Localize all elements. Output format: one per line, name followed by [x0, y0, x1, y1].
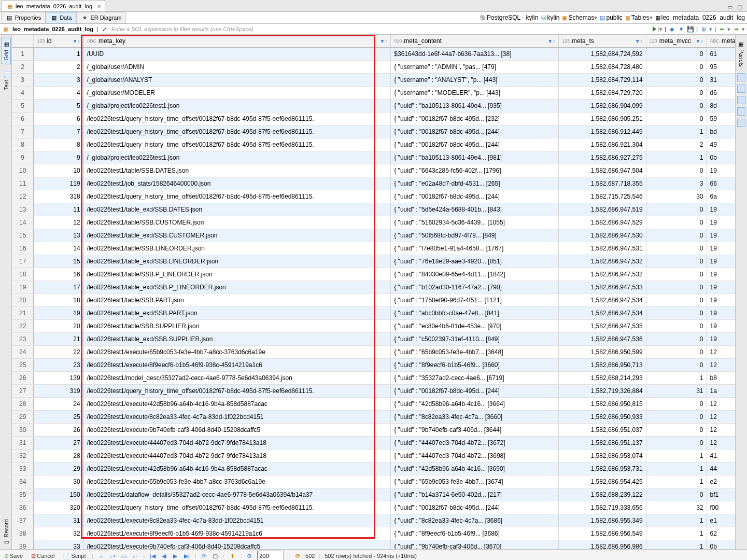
- tab-properties[interactable]: ▤Properties: [1, 12, 46, 23]
- row-number[interactable]: 36: [12, 501, 34, 514]
- cell-meta-ts[interactable]: 1,582,686,947,530: [559, 229, 646, 242]
- cell-meta-key[interactable]: /leo0226test1/table_exd/SSB.DATES.json: [83, 203, 391, 216]
- row-number[interactable]: 12: [12, 190, 34, 203]
- cell-meta-content[interactable]: { "uuid" : "00182f67-b8dc-495d... [244]: [391, 501, 559, 514]
- col-id[interactable]: 123 id▼↕: [34, 35, 83, 48]
- cell-meta-content[interactable]: { "uuid" : "00182f67-b8dc-495d... [244]: [391, 125, 559, 138]
- filter-history-button[interactable]: |▾: [658, 26, 663, 33]
- nav-back-icon[interactable]: ⬅: [718, 25, 725, 33]
- row-number[interactable]: 7: [12, 125, 34, 138]
- breadcrumb-table[interactable]: ▦leo_metadata_0226_audit_log: [654, 14, 745, 21]
- cell-meta-key[interactable]: /leo0226test1/table_exd/SSB.SUPPLIER.jso…: [83, 333, 391, 346]
- row-number[interactable]: 1: [12, 48, 34, 61]
- table-row[interactable]: 26139/leo0226test1/model_desc/35327ad2-c…: [12, 372, 747, 385]
- cell-id[interactable]: 20: [34, 320, 83, 333]
- next-page-icon[interactable]: ▶: [172, 552, 179, 559]
- panel-icon-3[interactable]: [737, 96, 745, 104]
- row-number[interactable]: 17: [12, 255, 34, 268]
- cell-meta-content[interactable]: { "uuid" : "abc0bbfc-c0ae-47e8... [841]: [391, 307, 559, 320]
- export-icon[interactable]: ⬆: [229, 552, 236, 559]
- cell-id[interactable]: 14: [34, 242, 83, 255]
- cell-id[interactable]: 7: [34, 125, 83, 138]
- custom-filter-icon[interactable]: ◆: [668, 25, 675, 33]
- row-number[interactable]: 25: [12, 359, 34, 372]
- cell-meta-content[interactable]: { "uuid" : "00182f67-b8dc-495d... [244]: [391, 138, 559, 151]
- table-row[interactable]: 11/UUID$361643dd-1e6f-44a7-b636-7aa313..…: [12, 48, 747, 61]
- cell-id[interactable]: 26: [34, 424, 83, 437]
- cell-id[interactable]: 27: [34, 437, 83, 450]
- cell-meta-mvcc[interactable]: 0: [646, 242, 707, 255]
- cell-meta-key[interactable]: /_global/user/ADMIN: [83, 61, 391, 74]
- cell-meta-content[interactable]: { "uuid" : "42d58b96-a64b-4c16... [3664]: [391, 398, 559, 411]
- cell-id[interactable]: 10: [34, 164, 83, 177]
- cell-meta-ts[interactable]: 1,582,686,921,304: [559, 138, 646, 151]
- save-filter-icon[interactable]: 💾: [687, 25, 694, 33]
- cell-meta-mvcc[interactable]: 1: [646, 151, 707, 164]
- table-row[interactable]: 3026/leo0226test1/execute/9b740efb-caf3-…: [12, 424, 747, 437]
- cell-id[interactable]: 17: [34, 281, 83, 294]
- cell-id[interactable]: 119: [34, 177, 83, 190]
- del-row-icon[interactable]: ≡−: [132, 552, 139, 559]
- editor-tab[interactable]: ▦ leo_metadata_0226_audit_log ×: [2, 0, 105, 11]
- cell-meta-key[interactable]: /leo0226test1/dataflow_details/35327ad2-…: [83, 488, 391, 501]
- breadcrumb-schema[interactable]: ▤public: [599, 14, 622, 21]
- cell-id[interactable]: 22: [34, 346, 83, 359]
- cell-meta-mvcc[interactable]: 1: [646, 372, 707, 385]
- cell-id[interactable]: 30: [34, 475, 83, 488]
- row-number[interactable]: 33: [12, 463, 34, 475]
- row-number[interactable]: 28: [12, 398, 34, 411]
- cell-meta-mvcc[interactable]: 0: [646, 87, 707, 100]
- cell-meta-content[interactable]: { "uuid" : "6643c285-fc56-402f... [1796]: [391, 164, 559, 177]
- row-number[interactable]: 30: [12, 424, 34, 437]
- cell-meta-key[interactable]: /leo0226test1/table/SSB.P_LINEORDER.json: [83, 268, 391, 281]
- cell-id[interactable]: 139: [34, 372, 83, 385]
- cell-meta-content[interactable]: { "uuid" : "44407ed3-704d-4b72... [3672]: [391, 437, 559, 450]
- cell-meta-key[interactable]: /leo0226test1/table/SSB.CUSTOMER.json: [83, 216, 391, 229]
- table-row[interactable]: 1513/leo0226test1/table_exd/SSB.CUSTOMER…: [12, 229, 747, 242]
- cell-meta-content[interactable]: { "uuid" : "65b9c053-fe3e-4bb7... [3648]: [391, 346, 559, 359]
- cell-meta-mvcc[interactable]: 0: [646, 74, 707, 87]
- cell-id[interactable]: 23: [34, 359, 83, 372]
- cell-meta-content[interactable]: { "uuid" : "ba105113-8061-49e4... [935]: [391, 100, 559, 113]
- table-row[interactable]: 3933/leo0226test1/execute/9b740efb-caf3-…: [12, 540, 747, 550]
- cell-id[interactable]: 32: [34, 527, 83, 540]
- first-page-icon[interactable]: |◀: [149, 552, 156, 559]
- breadcrumb-tables[interactable]: ▦Tables▾: [624, 14, 653, 21]
- cell-meta-mvcc[interactable]: 0: [646, 281, 707, 294]
- cell-id[interactable]: 2: [34, 61, 83, 74]
- cell-meta-mvcc[interactable]: 0: [646, 333, 707, 346]
- cell-meta-ts[interactable]: 1,582,686,927,275: [559, 151, 646, 164]
- cell-meta-mvcc[interactable]: 1: [646, 540, 707, 550]
- cell-meta-mvcc[interactable]: 0: [646, 61, 707, 74]
- cell-meta-ts[interactable]: 1,582,684,729,114: [559, 74, 646, 87]
- cell-id[interactable]: 33: [34, 540, 83, 550]
- row-number[interactable]: 14: [12, 216, 34, 229]
- cell-meta-content[interactable]: { "uuid" : "8f9eecf6-b1b5-46f9... [3660]: [391, 359, 559, 372]
- cell-meta-content[interactable]: { "uuid" : "5d5e424a-5688-401b... [843]: [391, 203, 559, 216]
- table-row[interactable]: 33/_global/user/ANALYST{ "username" : "A…: [12, 74, 747, 87]
- cell-meta-key[interactable]: /leo0226test1/execute/42d58b96-a64b-4c16…: [83, 463, 391, 475]
- cell-meta-ts[interactable]: 1,582,684,724,592: [559, 48, 646, 61]
- cancel-button[interactable]: ⊠Cancel: [29, 552, 57, 560]
- cell-meta-ts[interactable]: 1,582,686,953,074: [559, 450, 646, 463]
- table-row[interactable]: 66/leo0226test1/query_history_time_offse…: [12, 113, 747, 125]
- funnel-icon[interactable]: ▼: [678, 25, 685, 33]
- row-number[interactable]: 32: [12, 450, 34, 463]
- cell-meta-content[interactable]: { "uuid" : "44407ed3-704d-4b72... [3698]: [391, 450, 559, 463]
- table-row[interactable]: 3127/leo0226test1/execute/44407ed3-704d-…: [12, 437, 747, 450]
- cell-meta-mvcc[interactable]: 0: [646, 203, 707, 216]
- cell-meta-ts[interactable]: 1,582,687,718,355: [559, 177, 646, 190]
- breadcrumb-db[interactable]: 🐘PostgreSQL - kylin: [480, 14, 539, 21]
- cell-meta-key[interactable]: /leo0226test1/table/SSB.DATES.json: [83, 164, 391, 177]
- cell-meta-ts[interactable]: 1,582,686,947,504: [559, 164, 646, 177]
- row-number[interactable]: 19: [12, 281, 34, 294]
- row-number[interactable]: 22: [12, 320, 34, 333]
- table-row[interactable]: 2220/leo0226test1/table/SSB.SUPPLIER.jso…: [12, 320, 747, 333]
- table-row[interactable]: 3832/leo0226test1/execute/8f9eecf6-b1b5-…: [12, 527, 747, 540]
- panel-icon-5[interactable]: [737, 119, 745, 127]
- edit-row-icon[interactable]: ≡: [97, 552, 105, 559]
- cell-meta-content[interactable]: { "uuid" : "e02a48d7-dbfd-4531... [265]: [391, 177, 559, 190]
- cell-meta-mvcc[interactable]: 0: [646, 48, 707, 61]
- cell-meta-content[interactable]: { "uuid" : "c5002397-31ef-4110... [849]: [391, 333, 559, 346]
- cell-meta-content[interactable]: { "uuid" : "84030e09-65e4-4d11... [1842]: [391, 268, 559, 281]
